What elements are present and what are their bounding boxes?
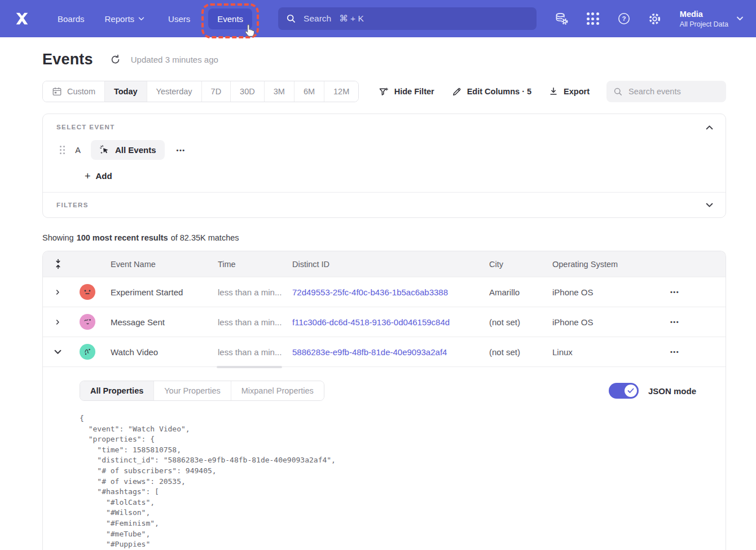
chevron-down-icon <box>736 16 744 21</box>
hide-filter-button[interactable]: Hide Filter <box>379 86 434 97</box>
apps-grid-icon[interactable] <box>586 11 600 26</box>
tab-mixpanel-properties[interactable]: Mixpanel Properties <box>231 381 324 400</box>
chevron-up-icon <box>706 125 713 130</box>
nav-item-boards[interactable]: Boards <box>49 8 94 29</box>
expand-row-button[interactable] <box>43 307 73 337</box>
date-filter-7d[interactable]: 7D <box>201 81 231 102</box>
refresh-icon[interactable] <box>110 54 122 66</box>
event-avatar <box>80 344 95 360</box>
event-city: (not set) <box>489 347 552 357</box>
all-events-chip-label: All Events <box>115 145 156 155</box>
search-icon <box>613 87 623 97</box>
event-json-view: { "event": "Watch Video", "properties": … <box>80 413 712 550</box>
event-detail-panel: All Properties Your Properties Mixpanel … <box>43 366 726 550</box>
collapse-all-icon <box>54 259 62 269</box>
date-filter-30d[interactable]: 30D <box>230 81 264 102</box>
drag-handle-icon[interactable] <box>60 146 65 154</box>
column-header-event-name[interactable]: Event Name <box>102 260 218 269</box>
export-label: Export <box>564 87 590 96</box>
chevron-right-icon <box>54 320 61 325</box>
table-row: Experiment Started less than a min... 72… <box>43 277 726 307</box>
export-button[interactable]: Export <box>548 86 590 97</box>
date-filter-12m[interactable]: 12M <box>324 81 358 102</box>
scrollbar-hint[interactable] <box>217 366 282 368</box>
data-management-icon[interactable] <box>555 11 569 26</box>
event-os: Linux <box>552 347 658 357</box>
toggle-knob <box>625 385 637 397</box>
search-icon <box>286 14 296 24</box>
row-more-button[interactable]: ••• <box>658 289 726 295</box>
results-summary: Showing 100 most recent results of 82.35… <box>42 233 726 242</box>
help-icon[interactable]: ? <box>617 11 631 26</box>
event-name: Watch Video <box>102 347 218 357</box>
collapse-all-button[interactable] <box>43 259 73 269</box>
chevron-right-icon <box>54 290 61 295</box>
tab-all-properties[interactable]: All Properties <box>80 381 153 400</box>
settings-gear-icon[interactable] <box>648 11 662 26</box>
events-table: Event Name Time Distinct ID City Operati… <box>42 251 726 550</box>
properties-tabs: All Properties Your Properties Mixpanel … <box>80 381 324 401</box>
column-header-city[interactable]: City <box>489 260 552 269</box>
date-filter-3m[interactable]: 3M <box>264 81 294 102</box>
date-filter-6m[interactable]: 6M <box>294 81 324 102</box>
tab-your-properties[interactable]: Your Properties <box>153 381 230 400</box>
select-event-section: SELECT EVENT A All Events ••• + <box>43 114 726 181</box>
column-header-time[interactable]: Time <box>218 260 292 269</box>
funnel-plus-icon <box>379 86 389 97</box>
collapse-row-button[interactable] <box>43 337 73 366</box>
date-filter-custom-label: Custom <box>67 87 95 96</box>
event-row: A All Events ••• <box>60 140 712 160</box>
event-row-more-button[interactable]: ••• <box>174 145 188 156</box>
expand-row-button[interactable] <box>43 277 73 307</box>
chevron-down-icon <box>706 203 713 208</box>
download-icon <box>548 86 559 97</box>
hide-filter-label: Hide Filter <box>394 87 434 96</box>
select-event-label: SELECT EVENT <box>56 124 712 130</box>
event-os: iPhone OS <box>552 317 658 327</box>
date-filter-yesterday[interactable]: Yesterday <box>147 81 201 102</box>
mixpanel-logo-icon[interactable] <box>12 9 32 28</box>
project-selector[interactable]: Media All Project Data <box>680 9 744 29</box>
distinct-id-link[interactable]: 72d49553-25fc-4f0c-b436-1b5ac6ab3388 <box>292 287 489 297</box>
nav-item-events[interactable]: Events <box>208 8 252 29</box>
table-row: Message Sent less than a min... f11c30d6… <box>43 307 726 337</box>
event-avatar <box>80 314 95 330</box>
page-title: Events <box>42 51 93 68</box>
top-navbar: Boards Reports Users Events Search⌘ + K <box>0 0 756 37</box>
pencil-icon <box>451 86 462 97</box>
distinct-id-link[interactable]: f11c30d6-dc6d-4518-9136-0d046159c84d <box>292 317 489 327</box>
filters-section: FILTERS <box>43 193 726 217</box>
column-header-distinct-id[interactable]: Distinct ID <box>292 260 489 269</box>
date-filter-custom[interactable]: Custom <box>43 81 104 102</box>
nav-item-users[interactable]: Users <box>159 8 199 29</box>
nav-item-reports-label: Reports <box>105 14 135 24</box>
date-filter-today[interactable]: Today <box>104 81 147 102</box>
event-name: Message Sent <box>102 317 218 327</box>
global-search-input[interactable]: Search⌘ + K <box>278 7 537 30</box>
all-events-chip[interactable]: All Events <box>91 140 165 160</box>
json-mode-toggle[interactable] <box>609 383 639 399</box>
json-mode-label: JSON mode <box>648 386 696 396</box>
row-more-button[interactable]: ••• <box>658 348 726 355</box>
project-name: Media <box>680 9 728 20</box>
date-range-segmented-control: Custom Today Yesterday 7D 30D 3M 6M 12M <box>42 81 359 102</box>
event-time: less than a min... <box>218 347 292 357</box>
nav-item-reports[interactable]: Reports <box>96 8 154 29</box>
updated-timestamp: Updated 3 minutes ago <box>131 55 218 64</box>
nav-item-events-wrap: Events <box>208 8 252 29</box>
distinct-id-link[interactable]: 5886283e-e9fb-48fb-81de-40e9093a2af4 <box>292 347 489 357</box>
event-name: Experiment Started <box>102 287 218 297</box>
event-city: Amarillo <box>489 287 552 297</box>
plus-icon: + <box>85 172 91 180</box>
row-more-button[interactable]: ••• <box>658 318 726 325</box>
collapse-section-button[interactable] <box>706 122 713 132</box>
search-events-input[interactable]: Search events <box>606 81 726 102</box>
check-icon <box>627 388 634 394</box>
filters-label: FILTERS <box>56 202 712 208</box>
chevron-down-icon <box>138 17 144 21</box>
sparkle-cursor-icon <box>99 145 110 155</box>
add-event-button[interactable]: + Add <box>85 171 712 181</box>
column-header-os[interactable]: Operating System <box>552 260 658 269</box>
expand-filters-button[interactable] <box>706 200 713 210</box>
edit-columns-button[interactable]: Edit Columns · 5 <box>451 86 531 97</box>
